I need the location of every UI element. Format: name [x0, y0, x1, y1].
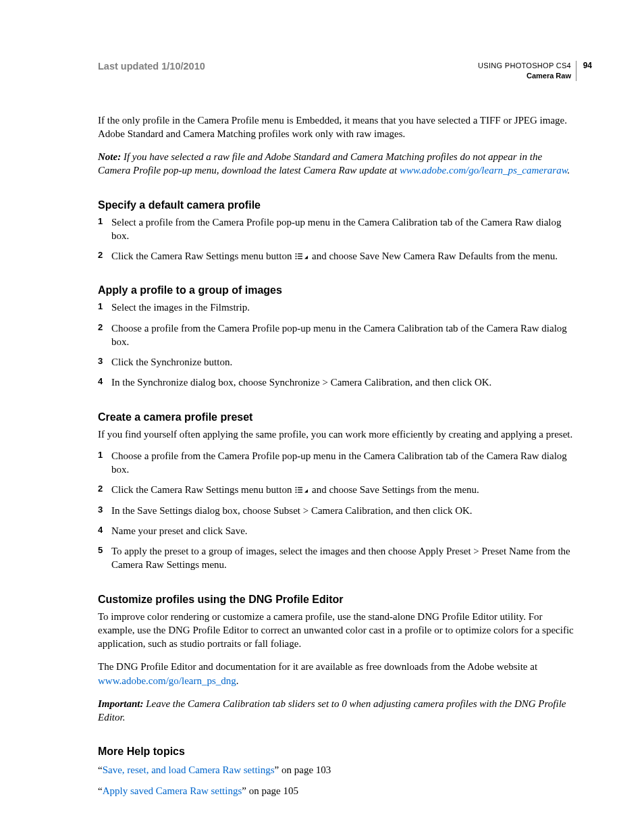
- paragraph: The DNG Profile Editor and documentation…: [98, 660, 576, 687]
- step-text: and choose Save Settings from the menu.: [309, 484, 479, 495]
- help-topic-line: “Save, reset, and load Camera Raw settin…: [98, 763, 576, 777]
- step-item: Name your preset and click Save.: [98, 524, 576, 538]
- important-block: Important: Leave the Camera Calibration …: [98, 697, 576, 725]
- help-topic-link[interactable]: Apply saved Camera Raw settings: [103, 785, 242, 796]
- help-topic-line: “Apply saved Camera Raw settings” on pag…: [98, 784, 576, 798]
- step-item: In the Save Settings dialog box, choose …: [98, 504, 576, 517]
- text-fragment: The DNG Profile Editor and documentation…: [98, 661, 537, 672]
- step-item: To apply the preset to a group of images…: [98, 544, 576, 572]
- section-heading: Apply a profile to a group of images: [98, 284, 576, 296]
- step-item: Choose a profile from the Camera Profile…: [98, 321, 576, 349]
- last-updated-text: Last updated 1/10/2010: [98, 61, 205, 72]
- svg-rect-9: [298, 490, 302, 490]
- step-item: Select a profile from the Camera Profile…: [98, 215, 576, 243]
- step-item: In the Synchronize dialog box, choose Sy…: [98, 375, 576, 389]
- section-dng-editor: Customize profiles using the DNG Profile…: [98, 594, 576, 725]
- svg-rect-11: [298, 492, 302, 493]
- svg-point-10: [296, 492, 297, 493]
- note-body-end: .: [568, 165, 570, 176]
- intro-paragraph: If the only profile in the Camera Profil…: [98, 113, 576, 141]
- doc-section: Camera Raw: [478, 71, 571, 81]
- svg-point-8: [296, 490, 297, 491]
- step-list: Select the images in the Filmstrip. Choo…: [98, 301, 576, 389]
- section-heading: More Help topics: [98, 746, 576, 758]
- section-heading: Customize profiles using the DNG Profile…: [98, 594, 576, 606]
- section-intro-text: If you find yourself often applying the …: [98, 427, 576, 441]
- note-link[interactable]: www.adobe.com/go/learn_ps_cameraraw: [400, 165, 568, 176]
- step-text: Click the Camera Raw Settings menu butto…: [111, 484, 294, 495]
- quote-open: “: [98, 764, 103, 775]
- doc-title: USING PHOTOSHOP CS4: [478, 61, 571, 71]
- svg-point-6: [296, 487, 297, 488]
- step-text: Click the Camera Raw Settings menu butto…: [111, 251, 294, 261]
- settings-menu-icon: [295, 486, 308, 494]
- page-number: 94: [583, 60, 592, 71]
- paragraph: To improve color rendering or customize …: [98, 610, 576, 651]
- svg-point-2: [296, 256, 297, 257]
- section-create-preset: Create a camera profile preset If you fi…: [98, 411, 576, 572]
- topic-suffix: ” on page 103: [275, 764, 331, 775]
- document-page: Last updated 1/10/2010 USING PHOTOSHOP C…: [0, 0, 644, 798]
- text-fragment: .: [236, 675, 239, 686]
- important-label: Important:: [98, 698, 144, 709]
- svg-rect-7: [298, 488, 302, 488]
- step-text: and choose Save New Camera Raw Defaults …: [309, 251, 558, 261]
- step-item: Select the images in the Filmstrip.: [98, 301, 576, 314]
- step-item: Choose a profile from the Camera Profile…: [98, 449, 576, 477]
- step-item: Click the Camera Raw Settings menu butto…: [98, 483, 576, 496]
- section-specify-default: Specify a default camera profile Select …: [98, 199, 576, 263]
- note-label: Note:: [98, 151, 121, 162]
- help-topic-link[interactable]: Save, reset, and load Camera Raw setting…: [103, 764, 275, 775]
- step-list: Select a profile from the Camera Profile…: [98, 215, 576, 263]
- settings-menu-icon: [295, 253, 308, 260]
- dng-link[interactable]: www.adobe.com/go/learn_ps_dng: [98, 675, 236, 686]
- important-body: Leave the Camera Calibration tab sliders…: [98, 698, 566, 723]
- svg-point-4: [296, 258, 297, 259]
- section-heading: Specify a default camera profile: [98, 199, 576, 211]
- section-heading: Create a camera profile preset: [98, 411, 576, 423]
- svg-point-0: [296, 253, 297, 255]
- svg-rect-5: [298, 258, 302, 259]
- section-apply-group: Apply a profile to a group of images Sel…: [98, 284, 576, 389]
- svg-rect-1: [298, 253, 302, 254]
- topic-suffix: ” on page 105: [242, 785, 298, 796]
- step-item: Click the Camera Raw Settings menu butto…: [98, 249, 576, 263]
- page-header: Last updated 1/10/2010 USING PHOTOSHOP C…: [98, 61, 576, 81]
- header-doc-info: USING PHOTOSHOP CS4 Camera Raw 94: [478, 61, 576, 81]
- svg-rect-3: [298, 256, 302, 257]
- step-item: Click the Synchronize button.: [98, 355, 576, 369]
- step-list: Choose a profile from the Camera Profile…: [98, 449, 576, 572]
- note-block: Note: If you have selected a raw file an…: [98, 150, 576, 178]
- quote-open: “: [98, 785, 103, 796]
- more-help-topics: More Help topics “Save, reset, and load …: [98, 746, 576, 798]
